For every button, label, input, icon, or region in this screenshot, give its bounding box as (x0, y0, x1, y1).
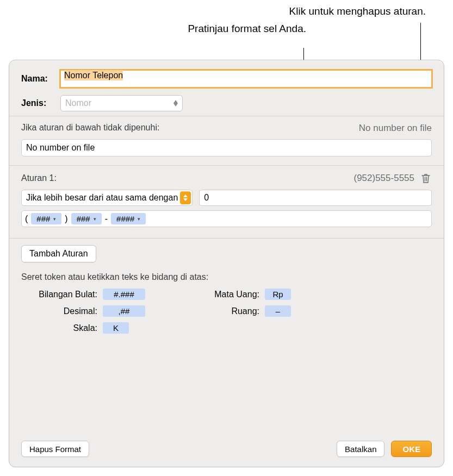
scale-token[interactable]: K (103, 322, 129, 334)
currency-token[interactable]: Rp (265, 289, 291, 300)
type-label: Jenis: (21, 98, 60, 108)
delete-rule-button[interactable] (420, 172, 432, 184)
decimal-token-label: Desimal: (21, 306, 103, 316)
format-token[interactable]: #### ▾ (111, 213, 146, 224)
rule-format-field[interactable]: ( ### ▾ ) ### ▾ - #### ▾ (21, 210, 432, 227)
svg-marker-1 (173, 103, 178, 107)
currency-token-label: Mata Uang: (205, 290, 265, 299)
space-token[interactable]: – (265, 305, 291, 317)
cancel-button[interactable]: Batalkan (337, 441, 384, 457)
rule-value-input[interactable]: 0 (199, 190, 432, 206)
chevron-down-icon: ▾ (94, 216, 96, 222)
svg-marker-2 (183, 195, 188, 197)
type-select[interactable]: Nomor (60, 95, 183, 111)
space-token-label: Ruang: (205, 306, 265, 316)
chevron-updown-icon (180, 191, 191, 204)
callout-preview: Pratinjau format sel Anda. (0, 23, 453, 35)
trash-icon (421, 173, 431, 184)
literal-dash: - (105, 214, 108, 224)
delete-format-button[interactable]: Hapus Format (21, 441, 89, 457)
add-rule-button[interactable]: Tambah Aturan (21, 245, 96, 262)
integer-token-label: Bilangan Bulat: (21, 290, 103, 299)
name-label: Nama: (21, 74, 60, 84)
format-token[interactable]: ### ▾ (31, 213, 61, 224)
default-rule-preview: No number on file (359, 123, 432, 134)
callout-delete: Klik untuk menghapus aturan. (0, 5, 453, 17)
ok-button[interactable]: OKE (391, 441, 432, 457)
svg-marker-3 (183, 198, 188, 201)
integer-token[interactable]: #.### (103, 289, 145, 300)
rule-condition-select[interactable]: Jika lebih besar dari atau sama dengan (21, 190, 193, 206)
scale-token-label: Skala: (21, 323, 103, 333)
format-dialog: Nama: Nomor Telepon Jenis: Nomor Jika at… (9, 60, 444, 467)
chevron-down-icon: ▾ (53, 216, 56, 222)
default-rule-input[interactable]: No number on file (21, 139, 432, 156)
default-rule-label: Jika aturan di bawah tidak dipenuhi: (21, 123, 348, 133)
rule-1-preview: (952)555-5555 (57, 173, 420, 184)
drag-hint-text: Seret token atau ketikkan teks ke bidang… (21, 272, 432, 282)
rule-1-label: Aturan 1: (21, 173, 57, 183)
format-token[interactable]: ### ▾ (71, 213, 102, 224)
decimal-token[interactable]: ,## (103, 305, 145, 317)
literal-close-paren: ) (65, 214, 67, 224)
name-input[interactable]: Nomor Telepon (60, 70, 432, 87)
chevron-updown-icon (171, 97, 181, 110)
literal-open-paren: ( (25, 214, 28, 224)
chevron-down-icon: ▾ (138, 216, 140, 222)
